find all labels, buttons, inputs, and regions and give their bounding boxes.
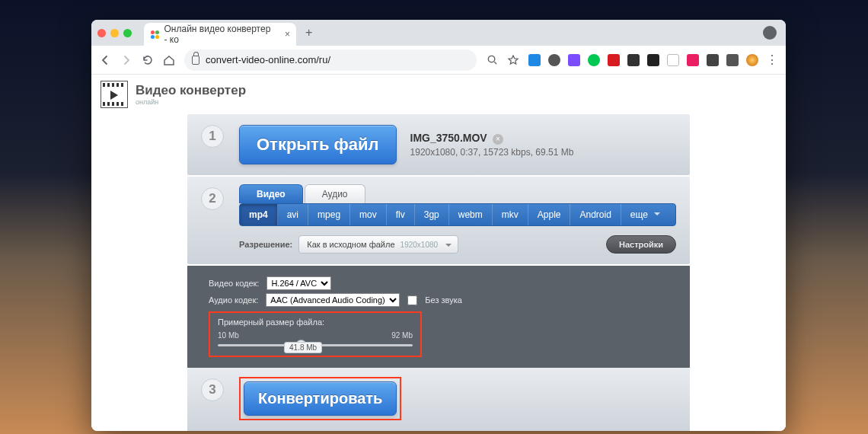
extension-icon[interactable] <box>568 54 580 66</box>
svg-point-0 <box>488 56 494 62</box>
tab-strip: Онлайн видео конвертер - ко × + <box>91 20 786 46</box>
site-logo-icon <box>101 81 128 108</box>
codec-settings: Видео кодек: H.264 / AVC Аудио кодек: AA… <box>187 266 690 368</box>
mute-label: Без звука <box>425 295 462 305</box>
format-apple[interactable]: Apple <box>528 204 571 225</box>
size-current: 41.8 Mb <box>284 342 322 353</box>
site-header: Видео конвертер онлайн <box>91 75 786 114</box>
size-slider[interactable]: 10 Mb 92 Mb 41.8 Mb <box>218 331 413 346</box>
resolution-label: Разрешение: <box>239 240 292 249</box>
reload-icon[interactable] <box>142 54 154 66</box>
maximize-window-icon[interactable] <box>123 29 132 37</box>
format-more[interactable]: еще <box>621 204 666 225</box>
tab-video[interactable]: Видео <box>239 184 303 203</box>
new-tab-button[interactable]: + <box>305 26 312 40</box>
step-2: 2 Видео Аудио mp4 avi mpeg mov flv 3gp w… <box>187 177 690 264</box>
format-3gp[interactable]: 3gp <box>415 204 449 225</box>
open-file-button[interactable]: Открыть файл <box>239 125 397 164</box>
page-content: Видео конвертер онлайн 1 Открыть файл IM… <box>91 75 786 431</box>
site-title: Видео конвертер <box>136 83 246 98</box>
address-bar[interactable]: convert-video-online.com/ru/ <box>184 49 477 71</box>
convert-highlight: Конвертировать <box>239 377 401 420</box>
convert-button[interactable]: Конвертировать <box>244 381 397 416</box>
resolution-row: Разрешение: Как в исходном файле 1920x10… <box>239 235 676 254</box>
remove-file-icon[interactable]: × <box>493 134 503 145</box>
audio-codec-select[interactable]: AAC (Advanced Audio Coding) <box>266 293 400 307</box>
format-bar: mp4 avi mpeg mov flv 3gp webm mkv Apple … <box>239 203 676 226</box>
window-controls <box>97 29 132 37</box>
format-mkv[interactable]: mkv <box>493 204 528 225</box>
step-1: 1 Открыть файл IMG_3750.MOV × 1920x1080,… <box>187 114 690 175</box>
extension-icon[interactable] <box>667 54 679 66</box>
video-codec-label: Видео кодек: <box>209 279 259 288</box>
forward-icon[interactable] <box>120 54 132 66</box>
account-menu-icon[interactable] <box>763 26 777 40</box>
size-min: 10 Mb <box>218 331 239 340</box>
back-icon[interactable] <box>99 54 111 66</box>
extension-icon[interactable] <box>608 54 620 66</box>
browser-window: Онлайн видео конвертер - ко × + convert-… <box>91 20 786 431</box>
profile-avatar-icon[interactable] <box>746 54 758 66</box>
favicon-icon <box>150 29 160 40</box>
step-number: 2 <box>201 187 224 210</box>
resolution-select[interactable]: Как в исходном файле 1920x1080 <box>298 235 458 254</box>
browser-toolbar: convert-video-online.com/ru/ ⋮ <box>91 46 786 75</box>
file-name: IMG_3750.MOV <box>410 132 487 144</box>
close-tab-icon[interactable]: × <box>285 29 290 40</box>
step-3: 3 Конвертировать <box>187 368 690 431</box>
url-text: convert-video-online.com/ru/ <box>206 54 330 65</box>
extension-icon[interactable] <box>528 54 541 66</box>
home-icon[interactable] <box>163 54 175 66</box>
extension-icon[interactable] <box>687 54 699 66</box>
extension-icon[interactable] <box>726 54 739 66</box>
file-meta: 1920x1080, 0:37, 15723 kbps, 69.51 Mb <box>410 147 574 158</box>
step-number: 3 <box>201 378 224 401</box>
resolution-dimensions: 1920x1080 <box>400 241 439 249</box>
star-icon[interactable] <box>507 54 519 66</box>
tab-title: Онлайн видео конвертер - ко <box>164 24 275 45</box>
resolution-value: Как в исходном файле <box>307 240 394 249</box>
format-mp4[interactable]: mp4 <box>240 204 278 225</box>
mute-checkbox[interactable] <box>407 295 417 305</box>
converter-panel: 1 Открыть файл IMG_3750.MOV × 1920x1080,… <box>187 114 690 431</box>
extensions: ⋮ <box>528 54 778 66</box>
approx-size-label: Примерный размер файла: <box>218 318 413 327</box>
media-tabs: Видео Аудио <box>239 184 676 203</box>
extension-icon[interactable] <box>627 54 640 66</box>
close-window-icon[interactable] <box>97 29 106 37</box>
file-info: IMG_3750.MOV × 1920x1080, 0:37, 15723 kb… <box>410 132 574 158</box>
format-mpeg[interactable]: mpeg <box>308 204 350 225</box>
format-webm[interactable]: webm <box>449 204 493 225</box>
tab-audio[interactable]: Аудио <box>305 184 365 203</box>
size-max: 92 Mb <box>391 331 413 340</box>
site-subtitle: онлайн <box>136 98 246 106</box>
puzzle-icon[interactable] <box>707 54 719 66</box>
video-codec-select[interactable]: H.264 / AVC <box>266 276 331 290</box>
audio-codec-label: Аудио кодек: <box>209 295 258 305</box>
extension-icon[interactable] <box>548 54 560 66</box>
minimize-window-icon[interactable] <box>110 29 119 37</box>
step-number: 1 <box>201 125 224 148</box>
format-android[interactable]: Android <box>570 204 621 225</box>
lock-icon <box>192 56 199 65</box>
settings-button[interactable]: Настройки <box>606 235 676 254</box>
extension-icon[interactable] <box>647 54 659 66</box>
format-mov[interactable]: mov <box>350 204 387 225</box>
browser-tab[interactable]: Онлайн видео конвертер - ко × <box>144 23 296 46</box>
extension-icon[interactable] <box>588 54 600 66</box>
format-avi[interactable]: avi <box>278 204 308 225</box>
file-size-highlight: Примерный размер файла: 10 Mb 92 Mb 41.8… <box>209 311 422 357</box>
kebab-menu-icon[interactable]: ⋮ <box>766 54 778 66</box>
search-in-page-icon[interactable] <box>486 54 498 66</box>
format-flv[interactable]: flv <box>387 204 415 225</box>
